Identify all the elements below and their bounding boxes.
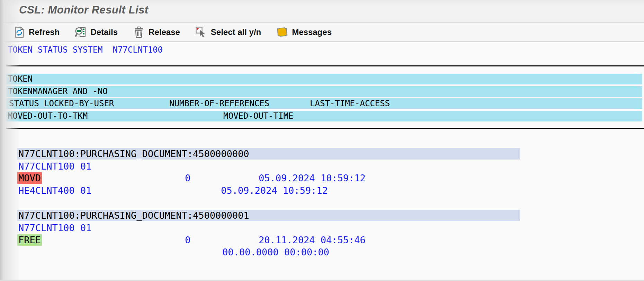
release-button[interactable]: Release <box>133 26 180 38</box>
number-of-references-value: 0 <box>185 172 190 184</box>
last-time-access-value: 20.11.2024 04:55:46 <box>259 234 366 246</box>
last-time-access-value: 05.09.2024 10:59:12 <box>259 172 366 184</box>
title-bar: CSL: Monitor Result List <box>0 0 644 22</box>
number-of-references-value: 0 <box>185 234 190 246</box>
header-moved-out-time: MOVED-OUT-TIME <box>223 111 293 121</box>
header-token: TOKEN <box>8 74 33 84</box>
moved-out-time-value: 00.00.0000 00:00:00 <box>222 246 329 258</box>
window-bottom-edge <box>0 280 644 281</box>
list-header-row-moved-out: MOVED-OUT-TO-TKM MOVED-OUT-TIME <box>6 111 642 121</box>
tokenmanager-row: N77CLNT100 01 <box>0 222 644 234</box>
moved-out-to-tkm-value: HE4CLNT400 01 <box>18 184 91 197</box>
header-moved-out-to-tkm: MOVED-OUT-TO-TKM <box>8 111 88 121</box>
application-toolbar: Refresh Details Release S <box>0 22 644 42</box>
refresh-icon <box>13 26 25 38</box>
page-title: CSL: Monitor Result List <box>19 4 149 16</box>
trash-icon <box>133 26 145 38</box>
details-magnifier-icon <box>75 26 87 38</box>
token-entry-row[interactable]: N77CLNT100:PURCHASING_DOCUMENT:450000000… <box>17 148 520 160</box>
release-button-label: Release <box>149 27 180 37</box>
list-header-row-token: TOKEN <box>6 74 642 84</box>
csl-monitor-window: { "window": { "title": "CSL: Monitor Res… <box>0 0 644 281</box>
tokenmanager-value: N77CLNT100 01 <box>18 222 91 234</box>
refresh-button-label: Refresh <box>29 27 60 37</box>
tokenmanager-row: N77CLNT100 01 <box>0 160 644 172</box>
refresh-button[interactable]: Refresh <box>13 26 60 38</box>
messages-button[interactable]: Messages <box>276 26 332 38</box>
status-row: FREE 0 20.11.2024 04:55:46 <box>0 234 644 246</box>
tokenmanager-value: N77CLNT100 01 <box>18 160 91 172</box>
header-status: STATUS <box>9 98 39 109</box>
moved-out-time-value: 05.09.2024 10:59:12 <box>221 184 328 197</box>
header-last-time-access: LAST-TIME-ACCESS <box>310 98 390 109</box>
select-all-cursor-icon <box>195 26 207 38</box>
system-line: TOKEN STATUS SYSTEM N77CLNT100 <box>8 44 163 56</box>
details-button[interactable]: Details <box>75 26 118 38</box>
select-all-button[interactable]: Select all y/n <box>195 26 261 38</box>
horizontal-rule-bottom <box>6 128 644 129</box>
header-locked-by-user: LOCKED-BY-USER <box>44 98 114 109</box>
moved-out-row: 00.00.0000 00:00:00 <box>0 246 644 258</box>
header-number-of-references: NUMBER-OF-REFERENCES <box>169 98 269 109</box>
list-header-row-tokenmanager: TOKENMANAGER AND -NO <box>6 86 642 97</box>
details-button-label: Details <box>90 27 118 37</box>
messages-scroll-icon <box>276 26 288 38</box>
list-header-row-status: STATUS LOCKED-BY-USER NUMBER-OF-REFERENC… <box>6 98 642 109</box>
horizontal-rule-top <box>6 65 644 66</box>
monitor-result-list: TOKEN STATUS SYSTEM N77CLNT100 TOKEN TOK… <box>0 42 644 281</box>
status-badge: FREE <box>17 234 42 246</box>
select-all-button-label: Select all y/n <box>211 27 261 37</box>
token-entry-row[interactable]: N77CLNT100:PURCHASING_DOCUMENT:450000000… <box>17 210 520 221</box>
status-row: MOVD 0 05.09.2024 10:59:12 <box>0 172 644 184</box>
messages-button-label: Messages <box>292 27 332 37</box>
token-name: N77CLNT100:PURCHASING_DOCUMENT:450000000… <box>18 210 249 221</box>
status-badge: MOVD <box>17 172 42 184</box>
header-tokenmanager: TOKENMANAGER AND -NO <box>8 86 108 97</box>
moved-out-row: HE4CLNT400 01 05.09.2024 10:59:12 <box>0 184 644 197</box>
token-name: N77CLNT100:PURCHASING_DOCUMENT:450000000… <box>18 148 249 160</box>
